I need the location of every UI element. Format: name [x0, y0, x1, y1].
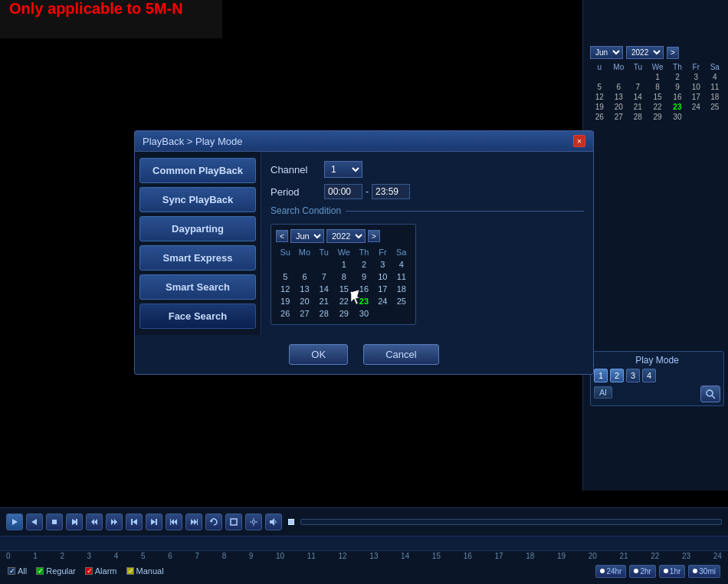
- table-row[interactable]: 24: [373, 295, 392, 307]
- table-row[interactable]: 22: [648, 102, 668, 112]
- nav-smart-express[interactable]: Smart Express: [139, 245, 256, 271]
- table-row[interactable]: 27: [294, 307, 314, 320]
- play-mode-num-3[interactable]: 3: [626, 369, 640, 382]
- table-row[interactable]: [392, 307, 411, 320]
- nav-common-playback[interactable]: Common PlayBack: [139, 158, 256, 183]
- time-range-1hr[interactable]: 1hr: [659, 565, 685, 578]
- play-mode-num-1[interactable]: 1: [594, 369, 608, 382]
- nav-face-search[interactable]: Face Search: [139, 303, 256, 329]
- table-row[interactable]: 8: [648, 82, 668, 92]
- ok-button[interactable]: OK: [289, 344, 348, 365]
- table-row[interactable]: 8: [333, 271, 355, 283]
- skip-start-button[interactable]: [126, 513, 143, 530]
- table-row[interactable]: [608, 72, 628, 82]
- table-row[interactable]: [590, 72, 608, 82]
- play-mode-al-button[interactable]: Al: [594, 386, 612, 399]
- skip-end-button[interactable]: [146, 513, 162, 530]
- table-row[interactable]: 28: [315, 307, 333, 320]
- calendar-month-select[interactable]: Jun: [290, 229, 324, 243]
- table-row[interactable]: 24: [687, 102, 705, 112]
- table-row[interactable]: 11: [392, 271, 411, 283]
- table-row[interactable]: 21: [315, 295, 333, 307]
- table-row[interactable]: 29: [333, 307, 355, 320]
- table-row[interactable]: 18: [706, 92, 724, 102]
- settings-button[interactable]: [245, 513, 262, 530]
- channel-select[interactable]: 1 2 3 4: [324, 161, 362, 178]
- table-row[interactable]: 12: [276, 283, 294, 295]
- table-row[interactable]: 23: [668, 102, 687, 112]
- table-row[interactable]: 7: [628, 82, 647, 92]
- nav-smart-search[interactable]: Smart Search: [139, 274, 256, 300]
- calendar-prev-button[interactable]: <: [276, 230, 288, 242]
- table-row[interactable]: [276, 258, 294, 271]
- table-row[interactable]: 9: [668, 82, 687, 92]
- table-row[interactable]: 28: [628, 112, 647, 122]
- time-range-2hr[interactable]: 2hr: [629, 565, 655, 578]
- table-row[interactable]: 20: [294, 295, 314, 307]
- table-row[interactable]: 20: [608, 102, 628, 112]
- table-row[interactable]: 14: [315, 283, 333, 295]
- play-mode-num-2[interactable]: 2: [610, 369, 624, 382]
- nav-dayparting[interactable]: Dayparting: [139, 216, 256, 241]
- timeline[interactable]: [0, 536, 728, 551]
- table-row[interactable]: [373, 307, 392, 320]
- table-row[interactable]: 1: [333, 258, 355, 271]
- table-row[interactable]: 9: [355, 271, 373, 283]
- table-row[interactable]: 15: [648, 92, 668, 102]
- table-row[interactable]: 17: [687, 92, 705, 102]
- next-segment-button[interactable]: [185, 513, 202, 530]
- table-row[interactable]: 5: [276, 271, 294, 283]
- table-row[interactable]: 21: [628, 102, 647, 112]
- play-mode-search-button[interactable]: [700, 386, 720, 402]
- table-row[interactable]: 30: [668, 112, 687, 122]
- table-row[interactable]: 30: [355, 307, 373, 320]
- next-frame-button[interactable]: [66, 513, 83, 530]
- table-row[interactable]: 19: [276, 295, 294, 307]
- table-row[interactable]: [628, 72, 647, 82]
- crop-button[interactable]: [225, 513, 242, 530]
- prev-frame-button[interactable]: [26, 513, 43, 530]
- table-row[interactable]: 19: [590, 102, 608, 112]
- table-row[interactable]: 7: [315, 271, 333, 283]
- table-row[interactable]: 6: [294, 271, 314, 283]
- nav-sync-playback[interactable]: Sync PlayBack: [139, 187, 256, 212]
- table-row[interactable]: 16: [668, 92, 687, 102]
- table-row[interactable]: 29: [648, 112, 668, 122]
- table-row[interactable]: 2: [668, 72, 687, 82]
- fast-forward-button[interactable]: [106, 513, 123, 530]
- stop-button[interactable]: [46, 513, 63, 530]
- table-row[interactable]: 4: [392, 258, 411, 271]
- table-row[interactable]: 14: [628, 92, 647, 102]
- table-row[interactable]: 23: [355, 295, 373, 307]
- table-row[interactable]: 12: [590, 92, 608, 102]
- table-row[interactable]: 18: [392, 283, 411, 295]
- table-row[interactable]: 25: [392, 295, 411, 307]
- play-button[interactable]: [6, 513, 23, 530]
- table-row[interactable]: 11: [706, 82, 724, 92]
- table-row[interactable]: [294, 258, 314, 271]
- table-row[interactable]: 3: [687, 72, 705, 82]
- table-row[interactable]: 16: [355, 283, 373, 295]
- table-row[interactable]: 15: [333, 283, 355, 295]
- table-row[interactable]: 5: [590, 82, 608, 92]
- dialog-close-button[interactable]: ×: [573, 135, 585, 147]
- table-row[interactable]: 27: [608, 112, 628, 122]
- table-row[interactable]: [706, 112, 724, 122]
- table-row[interactable]: 2: [355, 258, 373, 271]
- prev-segment-button[interactable]: [166, 513, 182, 530]
- table-row[interactable]: 26: [590, 112, 608, 122]
- period-end-input[interactable]: [372, 184, 410, 199]
- table-row[interactable]: 13: [294, 283, 314, 295]
- table-row[interactable]: 17: [373, 283, 392, 295]
- table-row[interactable]: 22: [333, 295, 355, 307]
- time-range-24hr[interactable]: 24hr: [595, 565, 626, 578]
- table-row[interactable]: 26: [276, 307, 294, 320]
- table-row[interactable]: 1: [648, 72, 668, 82]
- slow-rewind-button[interactable]: [86, 513, 103, 530]
- time-range-30mi[interactable]: 30mi: [688, 565, 720, 578]
- table-row[interactable]: 4: [706, 72, 724, 82]
- table-row[interactable]: 10: [687, 82, 705, 92]
- table-row[interactable]: 13: [608, 92, 628, 102]
- right-cal-next-btn[interactable]: >: [667, 47, 679, 59]
- calendar-year-select[interactable]: 2022: [326, 229, 366, 243]
